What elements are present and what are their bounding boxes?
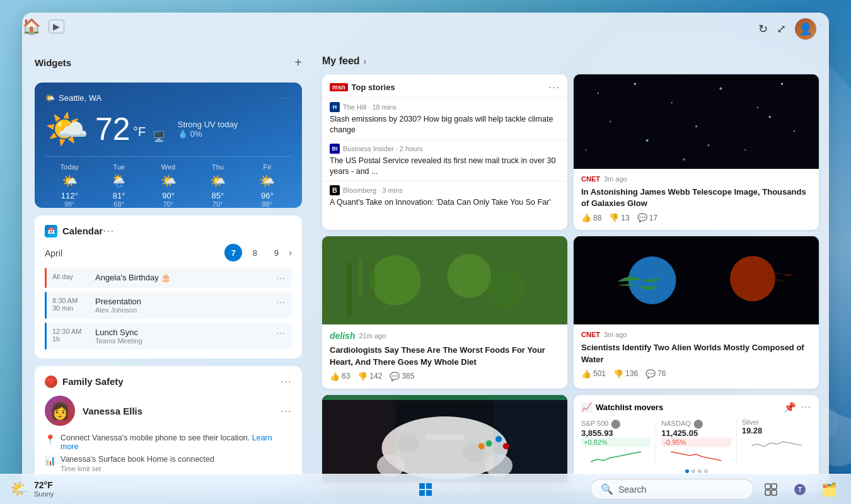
svg-rect-55 (765, 490, 770, 495)
delish-comment[interactable]: 💬 385 (390, 372, 414, 381)
like-action[interactable]: 👍 88 (581, 213, 601, 222)
forecast-tue: Tue 🌦️ 81° 68° (94, 163, 143, 208)
weather-desc: Strong UV today (178, 120, 238, 129)
chat-button[interactable]: T (788, 478, 812, 501)
sp500-chart (581, 449, 651, 464)
widgets-section-header: Widgets + (35, 55, 302, 70)
calendar-event-presentation[interactable]: 8:30 AM 30 min Presentation Alex Johnson… (45, 292, 292, 319)
calendar-title: Calendar (62, 226, 103, 236)
calendar-events: All day Angela's Birthday 🎂 ··· 8:30 AM … (45, 268, 292, 350)
story-item-thehill[interactable]: H The Hill · 18 mins Slash emissions by … (322, 98, 567, 139)
watchlist-more-button[interactable]: ··· (801, 401, 811, 413)
svg-point-29 (397, 434, 419, 453)
svg-point-6 (757, 107, 758, 108)
weather-temp: 72 (95, 112, 130, 147)
stock-nasdaq: NASDAQ ⬤ 11,425.05 -0.95% (661, 418, 731, 464)
cnet-planets-body: CNET 3m ago Scientists Identify Two Alie… (574, 324, 819, 386)
family-person-more[interactable]: ··· (281, 404, 292, 418)
weather-more-button[interactable]: ··· (281, 91, 292, 105)
weather-precip: 💧0% (178, 129, 238, 139)
file-explorer-button[interactable]: 🗂️ (817, 478, 841, 501)
event-more-presentation[interactable]: ··· (276, 297, 286, 307)
forecast-fri: Fri 🌤️ 96° 88° (243, 163, 292, 208)
story-item-bi[interactable]: BI Business Insider · 2 hours The US Pos… (322, 139, 567, 181)
event-details-lunch: Lunch Sync Teams Meeting (95, 328, 142, 345)
cnet-planets-card[interactable]: CNET 3m ago Scientists Identify Two Alie… (574, 236, 819, 388)
search-bar[interactable]: 🔍 Search (590, 479, 754, 500)
calendar-event-birthday[interactable]: All day Angela's Birthday 🎂 ··· (45, 268, 292, 288)
event-more-lunch[interactable]: ··· (276, 328, 286, 338)
feed-chevron[interactable]: › (364, 56, 367, 66)
event-time-allday: All day (52, 273, 89, 280)
learn-more-link[interactable]: Learn more (61, 433, 272, 451)
delish-like[interactable]: 👍 63 (330, 372, 350, 381)
weather-widget[interactable]: 🌤️ Seattle, WA ··· 🌤️ 72 °F 🖥️ Strong UV… (35, 83, 302, 208)
taskbar-right: 🔍 Search T 🗂️ (590, 478, 841, 501)
cnet-galaxies-actions: 👍 88 👎 13 💬 17 (581, 213, 811, 222)
calendar-chevron[interactable]: › (289, 248, 292, 258)
svg-rect-23 (359, 258, 362, 298)
delish-food-body: delish 21m ago Cardiologists Say These A… (322, 324, 567, 388)
svg-rect-40 (494, 395, 567, 483)
location-icon: 🌤️ (45, 93, 55, 103)
calendar-day-7[interactable]: 7 (224, 244, 242, 261)
taskbar-left: 🌤️ 72°F Sunny (10, 480, 54, 499)
delish-dislike[interactable]: 👎 142 (357, 372, 382, 381)
svg-point-10 (794, 130, 795, 132)
calendar-date-row: April 7 8 9 › (45, 244, 292, 261)
add-widget-button[interactable]: + (294, 55, 302, 70)
taskbar-weather-info: 72°F Sunny (34, 480, 54, 499)
planets-dislike[interactable]: 👎 136 (613, 369, 638, 379)
planets-comment-icon: 💬 (645, 369, 656, 379)
family-person-name: Vanessa Ellis (83, 406, 142, 416)
planets-comment[interactable]: 💬 76 (645, 369, 666, 379)
search-label: Search (618, 484, 646, 495)
cnet-planets-time: 3m ago (604, 331, 627, 338)
top-stories-more-button[interactable]: ··· (548, 81, 560, 94)
dislike-action[interactable]: 👎 13 (609, 213, 629, 222)
weather-info: Strong UV today 💧0% (178, 120, 238, 139)
top-stories-card[interactable]: msn Top stories ··· H The Hill · 18 mins… (322, 74, 567, 230)
thehill-icon: H (330, 102, 340, 112)
delish-dislike-icon: 👎 (357, 372, 368, 381)
story-source-bi: BI Business Insider · 2 hours (330, 144, 560, 154)
task-view-button[interactable] (759, 478, 783, 501)
feed-header: My feed › (322, 53, 819, 67)
comment-action[interactable]: 💬 17 (637, 213, 657, 222)
dislike-icon: 👎 (609, 213, 619, 222)
event-more-birthday[interactable]: ··· (276, 273, 286, 283)
story-item-bloomberg[interactable]: B Bloomberg · 3 mins A Quant's Take on I… (322, 181, 567, 212)
calendar-event-lunch[interactable]: 12:30 AM 1h Lunch Sync Teams Meeting ··· (45, 323, 292, 350)
home-icon[interactable]: 🏠 (22, 18, 41, 35)
story-headline-bi: The US Postal Service revealed its first… (330, 156, 560, 177)
family-items-list: 📍 Connect Vanessa's mobile phone to see … (45, 433, 292, 472)
chat-icon: T (793, 483, 807, 496)
calendar-title-row: 📅 Calendar (45, 225, 103, 238)
svg-rect-22 (371, 254, 375, 298)
feed-title: My feed (322, 55, 360, 67)
svg-rect-17 (322, 236, 567, 324)
cnet-galaxies-card[interactable]: CNET 3m ago In Astonishing James Webb Te… (574, 74, 819, 230)
svg-rect-39 (322, 395, 396, 483)
taskbar-desc: Sunny (34, 490, 54, 498)
windows-start-button[interactable] (412, 476, 439, 503)
nasdaq-indicator: ⬤ (693, 418, 703, 428)
family-safety-more-button[interactable]: ··· (281, 375, 292, 388)
delish-food-card[interactable]: delish 21m ago Cardiologists Say These A… (322, 236, 567, 388)
calendar-icon: 📅 (45, 225, 57, 238)
calendar-day-9[interactable]: 9 (267, 244, 285, 261)
svg-rect-24 (574, 236, 819, 324)
calendar-day-8[interactable]: 8 (246, 244, 263, 261)
computer-icon: 🖥️ (153, 131, 165, 142)
svg-point-15 (585, 149, 586, 151)
video-icon[interactable]: ▶ (49, 20, 64, 33)
dot-1 (685, 469, 689, 473)
svg-point-12 (707, 144, 709, 146)
taskbar: 🌤️ 72°F Sunny 🔍 Search (0, 474, 851, 504)
taskbar-weather[interactable]: 🌤️ 72°F Sunny (10, 480, 54, 499)
svg-point-5 (719, 88, 722, 90)
svg-point-2 (598, 93, 599, 94)
watchlist-pin-icon[interactable]: 📌 (784, 401, 796, 413)
calendar-more-button[interactable]: ··· (103, 224, 114, 238)
planets-like[interactable]: 👍 501 (581, 369, 606, 379)
